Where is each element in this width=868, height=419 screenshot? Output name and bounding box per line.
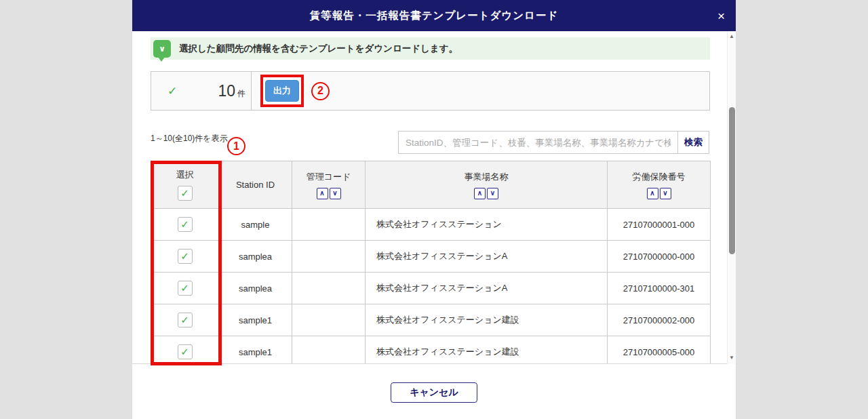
station-id-cell: sample [219, 209, 292, 241]
admin-code-cell [292, 241, 366, 273]
check-icon: ✓ [167, 84, 177, 98]
insurance-no-cell: 27107000001-000 [608, 209, 711, 241]
display-range-label: 1～10(全10)件を表示 [151, 133, 228, 144]
row-checkbox[interactable]: ✓ [178, 281, 193, 296]
table-row: ✓ sample1 株式会社オフィスステーション建設 27107000005-0… [151, 336, 711, 365]
table-row: ✓ sample 株式会社オフィスステーション 27107000001-000 [151, 209, 711, 241]
modal-header: 賃等報告・一括報告書テンプレートダウンロード × [132, 0, 736, 31]
close-icon[interactable]: × [717, 9, 725, 22]
client-table: 選択 ✓ Station ID 管理コード ∧ [151, 161, 711, 364]
insurance-no-cell: 27107000000-000 [608, 241, 711, 273]
admin-code-cell [292, 209, 366, 241]
column-label-insurance-no: 労働保険番号 [633, 171, 686, 183]
insurance-no-cell: 27107000005-000 [608, 336, 711, 365]
export-bar: ✓ 10 件 出力 2 [151, 71, 710, 111]
scroll-down-icon[interactable]: ▼ [728, 355, 736, 361]
office-name-cell: 株式会社オフィスステーションA [366, 273, 608, 304]
station-id-cell: sample1 [219, 336, 292, 365]
sort-desc-icon[interactable]: ∨ [487, 188, 498, 199]
annotation-step-2: 2 [311, 82, 330, 100]
row-checkbox[interactable]: ✓ [178, 217, 193, 232]
admin-code-cell [292, 304, 366, 336]
modal-scroll-area: ∨ 選択した顧問先の情報を含むテンプレートをダウンロードします。 ✓ 10 件 … [132, 31, 727, 364]
station-id-cell: sample1 [219, 304, 292, 336]
annotation-box-export: 出力 [260, 75, 304, 107]
selected-count: 10 [218, 82, 235, 100]
selection-count-section: ✓ 10 件 [151, 72, 252, 110]
page-background: 賃等報告・一括報告書テンプレートダウンロード × ∨ 選択した顧問先の情報を含む… [0, 0, 868, 419]
row-checkbox[interactable]: ✓ [178, 313, 193, 327]
office-name-cell: 株式会社オフィスステーション [366, 209, 608, 241]
column-header-insurance-no: 労働保険番号 ∧ ∨ [608, 161, 711, 209]
station-id-cell: samplea [219, 241, 292, 273]
sort-desc-icon[interactable]: ∨ [660, 188, 671, 199]
search-group: 検索 [398, 131, 709, 154]
column-label-admin-code: 管理コード [307, 171, 351, 183]
column-header-admin-code: 管理コード ∧ ∨ [292, 161, 366, 209]
select-cell: ✓ [151, 241, 219, 273]
annotation-step-1: 1 [227, 137, 245, 155]
office-name-cell: 株式会社オフィスステーションA [366, 241, 608, 273]
station-id-cell: samplea [219, 273, 292, 304]
row-checkbox[interactable]: ✓ [178, 344, 193, 359]
scrollbar-thumb[interactable] [729, 107, 735, 254]
chevron-down-icon: ∨ [159, 44, 165, 54]
admin-code-cell [292, 336, 366, 365]
insurance-no-cell: 27107100000-301 [608, 273, 711, 304]
row-checkbox[interactable]: ✓ [178, 249, 193, 264]
scrollbar[interactable]: ▲ ▼ [727, 31, 736, 364]
selected-count-wrap: 10 件 [218, 82, 245, 100]
office-name-cell: 株式会社オフィスステーション建設 [366, 304, 608, 336]
column-label-station-id: Station ID [236, 180, 275, 190]
selected-count-unit: 件 [237, 88, 245, 100]
column-header-station-id: Station ID [219, 161, 292, 209]
column-header-office-name: 事業場名称 ∧ ∨ [366, 161, 608, 209]
export-button[interactable]: 出力 [265, 80, 299, 102]
sort-asc-icon[interactable]: ∧ [317, 188, 328, 199]
admin-code-cell [292, 273, 366, 304]
sort-asc-icon[interactable]: ∧ [647, 188, 658, 199]
modal-title: 賃等報告・一括報告書テンプレートダウンロード [310, 9, 559, 23]
cancel-button[interactable]: キャンセル [391, 382, 477, 403]
sort-desc-icon[interactable]: ∨ [330, 188, 341, 199]
table-row: ✓ sample1 株式会社オフィスステーション建設 27107000002-0… [151, 304, 711, 336]
column-header-select: 選択 ✓ [151, 161, 219, 209]
template-download-modal: 賃等報告・一括報告書テンプレートダウンロード × ∨ 選択した顧問先の情報を含む… [132, 0, 736, 419]
export-action-section: 出力 2 [252, 72, 330, 110]
search-input[interactable] [398, 131, 678, 154]
column-label-office-name: 事業場名称 [465, 171, 509, 183]
sort-asc-icon[interactable]: ∧ [474, 188, 486, 199]
select-cell: ✓ [151, 209, 219, 241]
info-banner: ∨ 選択した顧問先の情報を含むテンプレートをダウンロードします。 [151, 37, 710, 60]
banner-message: 選択した顧問先の情報を含むテンプレートをダウンロードします。 [179, 43, 458, 55]
select-cell: ✓ [151, 336, 219, 365]
scroll-up-icon[interactable]: ▲ [728, 33, 736, 40]
search-button[interactable]: 検索 [677, 131, 709, 154]
insurance-no-cell: 27107000002-000 [608, 304, 711, 336]
table-row: ✓ samplea 株式会社オフィスステーションA 27107000000-00… [151, 241, 711, 273]
office-name-cell: 株式会社オフィスステーション建設 [366, 336, 608, 365]
select-cell: ✓ [151, 304, 219, 336]
speech-bubble-check-icon: ∨ [153, 40, 171, 58]
table-row: ✓ samplea 株式会社オフィスステーションA 27107100000-30… [151, 273, 711, 304]
table-header-row: 選択 ✓ Station ID 管理コード ∧ [151, 161, 711, 209]
column-label-select: 選択 [176, 169, 194, 181]
select-all-checkbox[interactable]: ✓ [178, 186, 193, 201]
select-cell: ✓ [151, 273, 219, 304]
